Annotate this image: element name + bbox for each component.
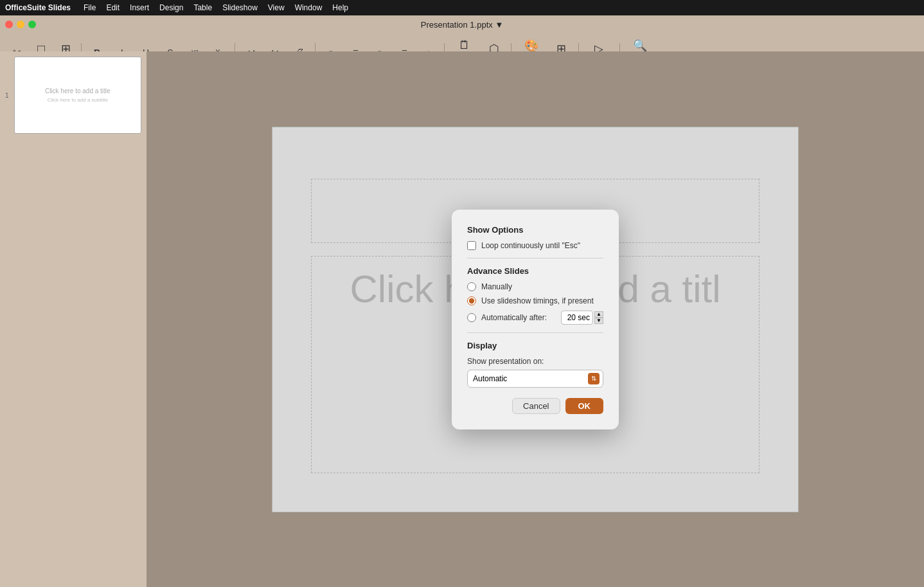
ok-button[interactable]: OK	[565, 398, 604, 414]
loop-label[interactable]: Loop continuously until "Esc"	[481, 241, 580, 250]
window-title: Presentation 1.pptx ▼	[421, 20, 504, 30]
slide-panel: 1 Click here to add a title Click here t…	[0, 51, 147, 587]
manually-label[interactable]: Manually	[481, 282, 512, 291]
auto-after-row: Automatically after: ▲ ▼	[467, 311, 603, 325]
display-section: Display Show presentation on: Automatic …	[467, 341, 603, 388]
auto-after-input-wrap: ▲ ▼	[561, 311, 603, 325]
close-button[interactable]	[5, 21, 13, 28]
maximize-button[interactable]	[28, 21, 36, 28]
canvas-area[interactable]: Click here to add a titl add a subtitle …	[147, 51, 924, 587]
menu-edit[interactable]: Edit	[106, 3, 120, 12]
use-timings-radio[interactable]	[467, 296, 476, 305]
divider-1	[467, 258, 603, 258]
menu-slideshow[interactable]: Slideshow	[222, 3, 258, 12]
find-replace-icon: 🔍	[633, 39, 647, 53]
minimize-button[interactable]	[17, 21, 24, 28]
auto-after-input[interactable]	[561, 311, 593, 325]
menu-table[interactable]: Table	[193, 3, 212, 12]
stepper: ▲ ▼	[594, 311, 603, 324]
slide-number: 1	[5, 92, 9, 99]
thumb-title: Click here to add a title	[45, 87, 111, 95]
use-timings-label[interactable]: Use slideshow timings, if present	[481, 296, 594, 305]
menu-file[interactable]: File	[84, 3, 96, 12]
auto-after-label[interactable]: Automatically after:	[481, 313, 547, 322]
show-options-dialog: Show Options Loop continuously until "Es…	[452, 210, 619, 429]
dialog-buttons: Cancel OK	[467, 398, 603, 414]
menu-help[interactable]: Help	[332, 3, 348, 12]
auto-after-radio[interactable]	[467, 313, 476, 322]
menu-design[interactable]: Design	[159, 3, 183, 12]
dialog-overlay: Show Options Loop continuously until "Es…	[147, 51, 924, 587]
manually-row: Manually	[467, 282, 603, 291]
divider-2	[467, 332, 603, 333]
loop-row: Loop continuously until "Esc"	[467, 241, 603, 250]
use-timings-row: Use slideshow timings, if present	[467, 296, 603, 305]
loop-checkbox[interactable]	[467, 241, 476, 250]
menu-insert[interactable]: Insert	[130, 3, 149, 12]
show-on-label: Show presentation on:	[467, 357, 603, 366]
main-area: 1 Click here to add a title Click here t…	[0, 51, 924, 587]
app-brand: OfficeSuite Slides	[5, 3, 71, 12]
thumb-subtitle: Click here to add a subtitle	[48, 97, 108, 103]
menu-window[interactable]: Window	[295, 3, 323, 12]
show-on-select[interactable]: Automatic Primary Monitor Secondary Moni…	[467, 370, 603, 388]
cancel-button[interactable]: Cancel	[512, 398, 560, 414]
traffic-lights	[5, 21, 36, 28]
stepper-down[interactable]: ▼	[594, 318, 603, 324]
format-shape-icon: 🎨	[524, 39, 538, 53]
titlebar: Presentation 1.pptx ▼	[0, 15, 924, 33]
menubar: OfficeSuite Slides File Edit Insert Desi…	[0, 0, 924, 15]
advance-slides-title: Advance Slides	[467, 266, 603, 276]
text-box-icon: 🗒	[459, 39, 470, 52]
stepper-up[interactable]: ▲	[594, 311, 603, 318]
slide-thumbnail[interactable]: Click here to add a title Click here to …	[14, 57, 141, 134]
manually-radio[interactable]	[467, 282, 476, 291]
display-title: Display	[467, 341, 603, 350]
show-options-title: Show Options	[467, 225, 603, 235]
menu-view[interactable]: View	[268, 3, 285, 12]
show-on-select-wrap: Automatic Primary Monitor Secondary Moni…	[467, 370, 603, 388]
